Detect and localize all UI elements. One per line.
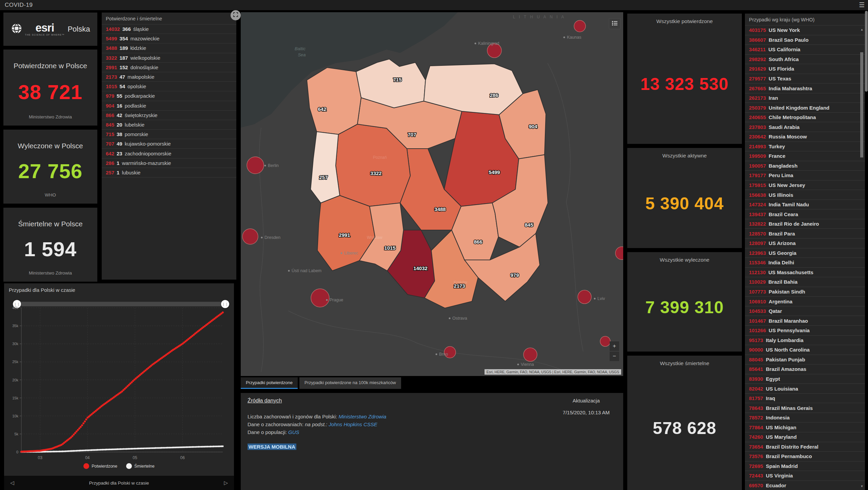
country-row[interactable]: 69570Ecuador — [745, 481, 865, 490]
country-row[interactable]: 128097US Arizona — [745, 239, 865, 248]
voivodeship-list-panel: Potwierdzone i śmiertelne 14032366śląski… — [102, 13, 236, 280]
country-row[interactable]: 90000US North Carolina — [745, 345, 865, 355]
country-row[interactable]: 115346India Delhi — [745, 258, 865, 268]
cluster-marker[interactable] — [524, 348, 537, 361]
country-row[interactable]: 77864US Michigan — [745, 422, 865, 432]
voivodeship-row[interactable]: 71538pomorskie — [102, 130, 236, 139]
scroll-down-icon[interactable]: ▼ — [860, 485, 864, 489]
voivodeship-row[interactable]: 84520lubelskie — [102, 120, 236, 130]
confirmed-count: 5499 — [106, 36, 117, 41]
country-row[interactable]: 128570Brazil Para — [745, 229, 865, 239]
voivodeship-row[interactable]: 86642świętokrzyskie — [102, 111, 236, 120]
source-link[interactable]: Ministerstwo Zdrowia — [338, 414, 386, 419]
country-row[interactable]: 199509France — [745, 151, 865, 161]
country-row[interactable]: 179177Peru Lima — [745, 171, 865, 181]
country-row[interactable]: 139437Brazil Ceara — [745, 209, 865, 219]
line-chart[interactable]: 05k10k15k20k25k30k35k40k03040506 — [4, 304, 234, 463]
voivodeship-row[interactable]: 2991152dolnośląskie — [102, 63, 236, 72]
country-row[interactable]: 106910Argentina — [745, 297, 865, 306]
page-scrollbar-thumb[interactable] — [865, 11, 868, 92]
tab-confirmed-cases[interactable]: Przypadki potwierdzone — [241, 377, 298, 389]
voivodeship-row[interactable]: 2571lubuskie — [102, 168, 236, 177]
cluster-marker[interactable] — [242, 229, 258, 244]
country-row[interactable]: 267665India Maharashtra — [745, 83, 865, 93]
country-name: Saudi Arabia — [769, 124, 800, 130]
country-row[interactable]: 123963US Georgia — [745, 248, 865, 258]
tab-confirmed-per-100k[interactable]: Przypadki potwierdzone na 100k mieszkańc… — [299, 377, 401, 389]
prev-page-arrow[interactable]: ◁ — [10, 476, 14, 490]
voivodeship-row[interactable]: 97955podkarpackie — [102, 91, 236, 101]
country-row[interactable]: 230642Russia Moscow — [745, 132, 865, 142]
country-row[interactable]: 73576Brazil Pernambuco — [745, 452, 865, 461]
country-row[interactable]: 101266US Pennsylvania — [745, 326, 865, 336]
country-row[interactable]: 147324India Tamil Nadu — [745, 200, 865, 210]
country-row[interactable]: 110029Brazil Bahia — [745, 277, 865, 287]
country-row[interactable]: 82042US Louisiana — [745, 384, 865, 394]
voivodeship-row[interactable]: 70749kujawsko-pomorskie — [102, 139, 236, 149]
country-row[interactable]: 156638US Illinois — [745, 190, 865, 200]
scrollbar-thumb[interactable] — [860, 52, 863, 157]
voivodeship-row[interactable]: 14032366śląskie — [102, 24, 236, 34]
country-row[interactable]: 279577US Texas — [745, 74, 865, 84]
voivodeship-row[interactable]: 3488189łódzkie — [102, 43, 236, 53]
voivodeship-row[interactable]: 101554opolskie — [102, 82, 236, 91]
country-row[interactable]: 403175US New York — [745, 25, 865, 35]
country-row[interactable]: 298292South Africa — [745, 55, 865, 64]
map-canvas[interactable]: BalticSeaWrocławPoznańKrakówL I T H U A … — [241, 12, 623, 376]
voivodeship-row[interactable]: 90416podlaskie — [102, 101, 236, 111]
voivodeship-name: podlaskie — [125, 103, 146, 109]
voivodeship-row[interactable]: 5499354mazowieckie — [102, 34, 236, 43]
country-row[interactable]: 386607Brazil Sao Paulo — [745, 35, 865, 45]
country-row[interactable]: 88045Pakistan Punjab — [745, 355, 865, 365]
country-row[interactable]: 83930Egypt — [745, 374, 865, 384]
country-row[interactable]: 95173Italy Lombardia — [745, 336, 865, 345]
legend-item-confirmed[interactable]: Potwierdzone — [83, 463, 117, 469]
legend-item-deaths[interactable]: Śmiertelne — [126, 463, 155, 469]
country-row[interactable]: 112130US Massachusetts — [745, 268, 865, 278]
country-row[interactable]: 85641Brazil Amazonas — [745, 364, 865, 374]
voivodeship-row[interactable]: 3322187wielkopolskie — [102, 53, 236, 63]
country-row[interactable]: 74260US Maryland — [745, 432, 865, 442]
hamburger-menu-icon[interactable]: ☰ — [859, 1, 865, 9]
mobile-version-link[interactable]: WERSJA MOBILNA — [248, 444, 296, 450]
country-row[interactable]: 250379United Kingdom England — [745, 103, 865, 113]
cluster-marker[interactable] — [247, 157, 264, 174]
cluster-marker[interactable] — [578, 290, 591, 304]
country-list-scrollbar[interactable]: ▲ ▼ — [860, 28, 864, 489]
cluster-marker[interactable] — [574, 20, 586, 32]
expand-panel-button[interactable] — [231, 10, 241, 20]
cluster-marker[interactable] — [311, 289, 329, 307]
country-row[interactable]: 237803Saudi Arabia — [745, 122, 865, 132]
country-row[interactable]: 78572Indonesia — [745, 413, 865, 423]
country-row[interactable]: 107773Pakistan Sindh — [745, 287, 865, 297]
country-row[interactable]: 104533Qatar — [745, 306, 865, 316]
zoom-out-button[interactable]: − — [610, 352, 619, 361]
country-row[interactable]: 72443US Virginia — [745, 471, 865, 481]
voivodeship-row[interactable]: 2861warmińsko-mazurskie — [102, 158, 236, 168]
country-row[interactable]: 78643Brazil Minas Gerais — [745, 403, 865, 413]
country-row[interactable]: 101467Brazil Maranhao — [745, 316, 865, 326]
region-zachodniopomorskie[interactable] — [307, 68, 361, 134]
country-row[interactable]: 73654Brazil Distrito Federal — [745, 442, 865, 452]
voivodeship-row[interactable]: 217347małopolskie — [102, 72, 236, 82]
country-name: Brazil Ceara — [769, 211, 798, 217]
voivodeship-row[interactable]: 64223zachodniopomorskie — [102, 149, 236, 158]
country-row[interactable]: 72695Spain Madrid — [745, 461, 865, 471]
next-page-arrow[interactable]: ▷ — [224, 476, 228, 490]
country-row[interactable]: 81757Iraq — [745, 394, 865, 403]
country-row[interactable]: 240655Chile Metropolitana — [745, 113, 865, 122]
country-name: US Illinois — [769, 192, 793, 198]
country-row[interactable]: 190057Bangladesh — [745, 161, 865, 171]
layer-list-button[interactable] — [609, 18, 620, 29]
country-row[interactable]: 175915US New Jersey — [745, 181, 865, 190]
country-row[interactable]: 262173Iran — [745, 93, 865, 103]
country-row[interactable]: 214993Turkey — [745, 142, 865, 152]
source-link[interactable]: Johns Hopkins CSSE — [329, 421, 377, 427]
cluster-marker[interactable] — [600, 336, 610, 346]
source-link[interactable]: GUS — [288, 429, 299, 435]
country-row[interactable]: 346211US California — [745, 45, 865, 55]
country-row[interactable]: 291629US Florida — [745, 64, 865, 74]
zoom-in-button[interactable]: + — [610, 341, 619, 351]
scroll-up-icon[interactable]: ▲ — [860, 28, 864, 32]
country-row[interactable]: 132822Brazil Rio de Janeiro — [745, 219, 865, 229]
